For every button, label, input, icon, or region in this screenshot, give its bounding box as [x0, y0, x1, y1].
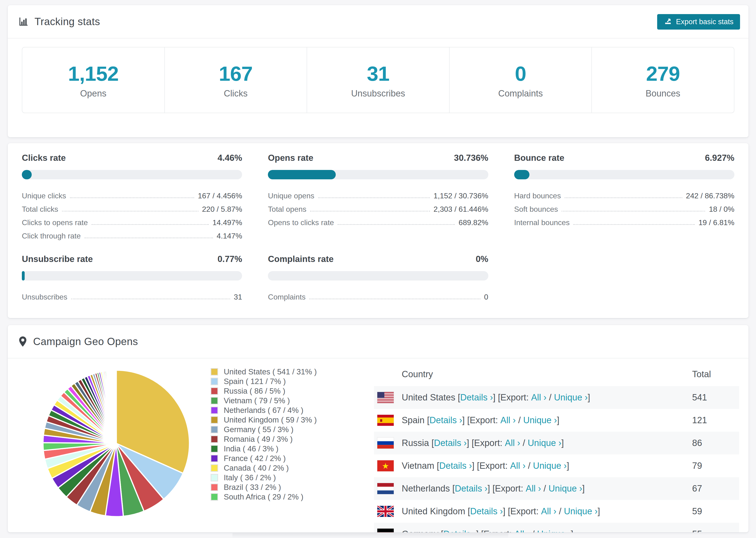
legend-label: South Africa ( 29 / 2% ) [224, 493, 303, 501]
legend-swatch [211, 426, 218, 433]
details-link[interactable]: Details › [460, 393, 493, 403]
country-name: Germany [402, 529, 438, 532]
export-all-link[interactable]: All › [505, 438, 520, 448]
legend-label: Vietnam ( 79 / 5% ) [224, 396, 290, 405]
legend-item-romania[interactable]: Romania ( 49 / 3% ) [211, 434, 361, 444]
legend-swatch [211, 464, 218, 472]
details-link[interactable]: Details › [429, 415, 462, 425]
rate-row-label: Internal bounces [514, 218, 570, 228]
export-unique-link[interactable]: Unique › [564, 506, 598, 516]
bracket: ] [571, 529, 573, 532]
legend-item-france[interactable]: France ( 42 / 2% ) [211, 454, 361, 463]
dotted-leader [318, 197, 430, 198]
rate-title: Opens rate [268, 153, 313, 163]
dotted-leader [71, 298, 230, 299]
geo-table-header: Country Total [374, 362, 739, 386]
export-unique-link[interactable]: Unique › [533, 461, 567, 471]
geo-pie-chart [39, 366, 194, 521]
dotted-leader [565, 197, 682, 198]
geo-table-row-es: Spain [Details ›] [Export: All › / Uniqu… [374, 409, 739, 432]
total-cell: 67 [692, 484, 739, 494]
country-cell: United States [Details ›] [Export: All ›… [374, 392, 692, 403]
details-link[interactable]: Details › [470, 506, 503, 516]
export-all-link[interactable]: All › [541, 506, 557, 516]
export-basic-stats-button[interactable]: Export basic stats [657, 14, 740, 29]
details-link[interactable]: Details › [455, 484, 487, 494]
bracket: ] [Export: [493, 393, 531, 403]
rate-row: Unique opens1,152 / 30.736% [268, 188, 488, 201]
bracket: [ [450, 484, 455, 494]
details-link[interactable]: Details › [443, 529, 476, 532]
rate-row-value: 1,152 / 30.736% [434, 191, 488, 201]
geo-table-row-nl: Netherlands [Details ›] [Export: All › /… [374, 477, 739, 500]
column-header-total: Total [692, 369, 739, 379]
progress-bar [514, 170, 734, 179]
bracket: ] [561, 438, 564, 448]
rate-row: Click through rate4.147% [22, 228, 242, 241]
rate-rows: Unsubscribes31 [22, 289, 242, 302]
total-cell: 55 [692, 529, 739, 532]
export-unique-link[interactable]: Unique › [527, 438, 561, 448]
export-unique-link[interactable]: Unique › [537, 529, 571, 532]
legend-item-vietnam[interactable]: Vietnam ( 79 / 5% ) [211, 396, 361, 405]
export-unique-link[interactable]: Unique › [523, 415, 557, 425]
details-link[interactable]: Details › [439, 461, 472, 471]
bracket: [ [424, 415, 429, 425]
rates-grid: Clicks rate4.46%Unique clicks167 / 4.456… [8, 143, 748, 312]
country-cell: Russia [Details ›] [Export: All › / Uniq… [374, 438, 692, 449]
bracket: ] [557, 415, 560, 425]
export-unique-link[interactable]: Unique › [549, 484, 582, 494]
map-pin-icon [18, 336, 27, 347]
export-unique-link[interactable]: Unique › [554, 393, 588, 403]
export-all-link[interactable]: All › [526, 484, 541, 494]
bracket: ] [Export: [472, 461, 510, 471]
tracking-stats-header: Tracking stats Export basic stats [8, 5, 748, 38]
geo-table-row-gb: United Kingdom [Details ›] [Export: All … [374, 500, 739, 523]
legend-label: India ( 46 / 3% ) [224, 444, 279, 453]
rate-row-label: Hard bounces [514, 191, 561, 201]
geo-table-row-de: Germany [Details ›] [Export: All › / Uni… [374, 523, 739, 532]
campaign-geo-opens-card: Campaign Geo Opens United States ( 541 /… [8, 325, 748, 532]
legend-item-india[interactable]: India ( 46 / 3% ) [211, 444, 361, 454]
export-all-link[interactable]: All › [514, 529, 529, 532]
rate-row: Soft bounces18 / 0% [514, 201, 734, 215]
legend-item-united-kingdom[interactable]: United Kingdom ( 59 / 3% ) [211, 415, 361, 425]
pie-slice-other-46[interactable] [116, 370, 116, 443]
progress-fill [514, 170, 529, 179]
legend-item-brazil[interactable]: Brazil ( 33 / 2% ) [211, 482, 361, 492]
legend-item-south-africa[interactable]: South Africa ( 29 / 2% ) [211, 492, 361, 502]
export-all-link[interactable]: All › [510, 461, 525, 471]
rate-head: Unsubscribe rate0.77% [22, 254, 242, 264]
legend-swatch [211, 445, 218, 453]
rate-row-label: Clicks to opens rate [22, 218, 88, 228]
legend-label: Italy ( 36 / 2% ) [224, 473, 276, 482]
country-cell: Germany [Details ›] [Export: All › / Uni… [374, 529, 692, 532]
legend-label: United States ( 541 / 31% ) [224, 367, 317, 376]
legend-item-canada[interactable]: Canada ( 40 / 2% ) [211, 463, 361, 473]
legend-item-netherlands[interactable]: Netherlands ( 67 / 4% ) [211, 405, 361, 415]
country-name: Netherlands [402, 484, 450, 494]
dotted-leader [84, 238, 213, 238]
legend-item-spain[interactable]: Spain ( 121 / 7% ) [211, 377, 361, 386]
country-name: United Kingdom [402, 506, 465, 516]
legend-label: Germany ( 55 / 3% ) [224, 425, 294, 434]
legend-swatch [211, 484, 218, 491]
progress-fill [268, 170, 336, 179]
stat-cell-bounces: 279Bounces [591, 47, 734, 113]
legend-label: Russia ( 86 / 5% ) [224, 387, 285, 396]
export-all-link[interactable]: All › [531, 393, 546, 403]
details-link[interactable]: Details › [434, 438, 466, 448]
page-title: Tracking stats [34, 16, 100, 27]
legend-item-italy[interactable]: Italy ( 36 / 2% ) [211, 473, 361, 482]
legend-swatch [211, 368, 218, 376]
legend-item-united-states[interactable]: United States ( 541 / 31% ) [211, 367, 361, 377]
total-cell: 86 [692, 438, 739, 448]
column-header-country: Country [374, 369, 692, 379]
legend-label: Romania ( 49 / 3% ) [224, 435, 293, 444]
export-all-link[interactable]: All › [500, 415, 515, 425]
legend-label: Spain ( 121 / 7% ) [224, 377, 286, 386]
bracket: ] [Export: [476, 529, 514, 532]
legend-item-russia[interactable]: Russia ( 86 / 5% ) [211, 386, 361, 396]
bracket: ] [Export: [462, 415, 501, 425]
legend-item-germany[interactable]: Germany ( 55 / 3% ) [211, 425, 361, 434]
